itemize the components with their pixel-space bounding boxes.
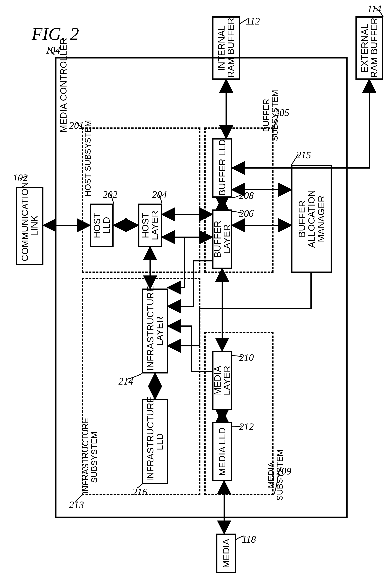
buffer-layer-label: BUFFER LAYER xyxy=(213,221,232,258)
media-lld-ref: 212 xyxy=(239,421,254,432)
host-lld-ref: 202 xyxy=(103,189,118,200)
buffer-alloc-mgr-label: BUFFER ALLOCATION MANAGER xyxy=(297,190,326,248)
host-subsystem-box xyxy=(82,128,200,273)
media-subsystem-ref: 209 xyxy=(276,465,291,477)
host-layer-ref: 204 xyxy=(152,189,167,200)
buffer-lld-box: BUFFER LLD xyxy=(212,138,232,198)
buffer-lld-ref: 208 xyxy=(239,190,254,201)
infra-lld-ref: 216 xyxy=(132,486,147,498)
media-layer-ref: 210 xyxy=(239,352,254,363)
figure-title: FIG. 2 xyxy=(32,24,79,44)
media-external-box: MEDIA xyxy=(216,534,236,573)
host-layer-label: HOST LAYER xyxy=(141,211,160,240)
infra-layer-ref: 214 xyxy=(119,375,133,387)
buffer-layer-ref: 206 xyxy=(239,208,254,219)
communication-link-box: COMMUNICATION LINK xyxy=(16,187,43,265)
infrastructure-subsystem-box xyxy=(82,278,200,495)
media-lld-label: MEDIA LLD xyxy=(217,428,227,476)
external-ram-buffer-box: EXTERNAL RAM BUFFER xyxy=(355,16,383,80)
media-external-ref: 118 xyxy=(242,534,256,545)
host-layer-box: HOST LAYER xyxy=(138,204,162,247)
buffer-lld-label: BUFFER LLD xyxy=(217,140,227,196)
infrastructure-subsystem-ref: 213 xyxy=(69,499,84,510)
buffer-layer-box: BUFFER LAYER xyxy=(212,210,232,269)
infrastructure-subsystem-label: INFRASTRUCTURE SUBSYSTEM xyxy=(81,421,99,494)
infra-layer-label: INFRASTRUCTURE LAYER xyxy=(145,291,165,370)
buffer-subsystem-ref: 205 xyxy=(274,107,289,118)
communication-link-ref: 102 xyxy=(13,172,28,183)
media-layer-box: MEDIA LAYER xyxy=(212,351,232,410)
host-subsystem-ref: 201 xyxy=(69,120,84,131)
media-external-label: MEDIA xyxy=(221,539,231,568)
infra-layer-box: INFRASTRUCTURE LAYER xyxy=(142,289,168,373)
buffer-alloc-mgr-ref: 215 xyxy=(296,149,311,161)
host-lld-label: HOST LLD xyxy=(92,213,111,238)
media-layer-label: MEDIA LAYER xyxy=(213,365,232,395)
media-controller-label: MEDIA CONTROLLER xyxy=(59,57,68,132)
media-lld-box: MEDIA LLD xyxy=(212,422,232,481)
host-lld-box: HOST LLD xyxy=(90,204,114,247)
external-ram-buffer-ref: 114 xyxy=(367,3,381,14)
internal-ram-buffer-label: INTERNAL RAM BUFFER xyxy=(217,18,236,78)
media-controller-ref: 104 xyxy=(45,44,60,56)
host-subsystem-label: HOST SUBSYSTEM xyxy=(83,125,93,196)
communication-link-label: COMMUNICATION LINK xyxy=(20,190,39,261)
infra-lld-box: INFRASTRUCTURE LLD xyxy=(142,399,168,484)
infra-lld-label: INFRASTRUCTURE LLD xyxy=(145,402,165,481)
external-ram-buffer-label: EXTERNAL RAM BUFFER xyxy=(360,18,379,78)
buffer-alloc-mgr-box: BUFFER ALLOCATION MANAGER xyxy=(291,165,332,273)
internal-ram-buffer-ref: 112 xyxy=(246,15,260,27)
internal-ram-buffer-box: INTERNAL RAM BUFFER xyxy=(212,16,240,80)
